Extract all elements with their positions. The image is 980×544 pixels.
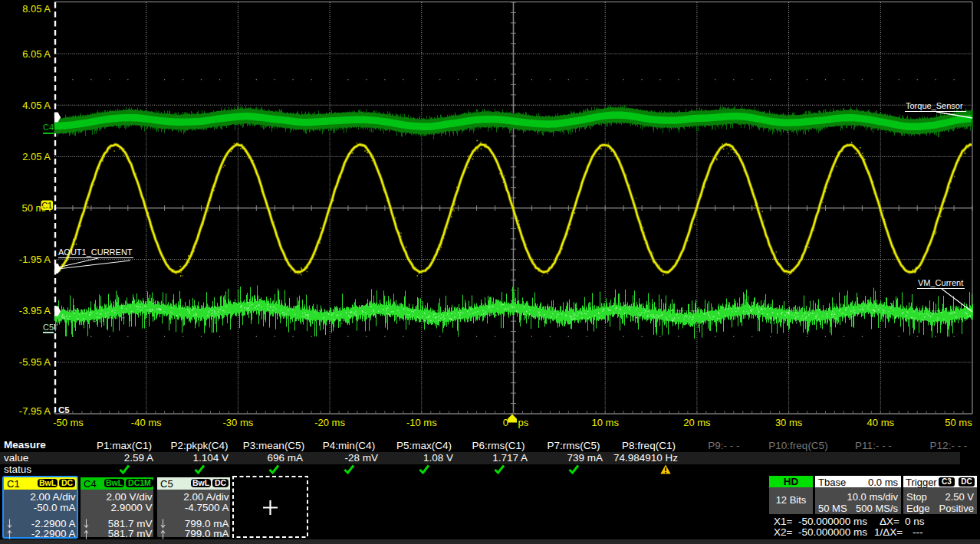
svg-text:20 ms: 20 ms <box>683 417 711 428</box>
svg-text:C5: C5 <box>58 405 70 415</box>
svg-text:40 ms: 40 ms <box>867 417 895 428</box>
svg-text:Torque_Sensor: Torque_Sensor <box>906 101 963 110</box>
svg-text:-5.95 A: -5.95 A <box>19 356 51 368</box>
svg-text:-3.95 A: -3.95 A <box>19 305 51 316</box>
svg-text:30 ms: 30 ms <box>775 417 803 428</box>
svg-text:-10 ms: -10 ms <box>406 417 437 428</box>
svg-text:0: 0 <box>503 417 508 428</box>
svg-text:6.05 A: 6.05 A <box>22 48 51 60</box>
svg-text:-7.95 A: -7.95 A <box>19 405 51 417</box>
svg-text:ps: ps <box>518 417 529 428</box>
svg-text:C5: C5 <box>43 323 54 332</box>
svg-text:C4: C4 <box>43 123 54 132</box>
svg-text:-20 ms: -20 ms <box>314 417 345 428</box>
svg-text:-30 ms: -30 ms <box>223 417 254 428</box>
svg-text:50 mA: 50 mA <box>21 202 51 214</box>
svg-text:8.05 A: 8.05 A <box>22 3 51 15</box>
svg-text:AOUT1_CURRENT: AOUT1_CURRENT <box>58 247 133 257</box>
svg-text:4.05 A: 4.05 A <box>22 100 51 111</box>
svg-text:VM_Current: VM_Current <box>918 278 963 287</box>
svg-text:-1.95 A: -1.95 A <box>19 254 51 265</box>
svg-text:10 ms: 10 ms <box>591 417 619 428</box>
svg-text:-50 ms: -50 ms <box>53 417 84 428</box>
svg-text:50 ms: 50 ms <box>945 417 972 428</box>
svg-text:-40 ms: -40 ms <box>131 417 162 428</box>
svg-text:2.05 A: 2.05 A <box>22 151 51 162</box>
